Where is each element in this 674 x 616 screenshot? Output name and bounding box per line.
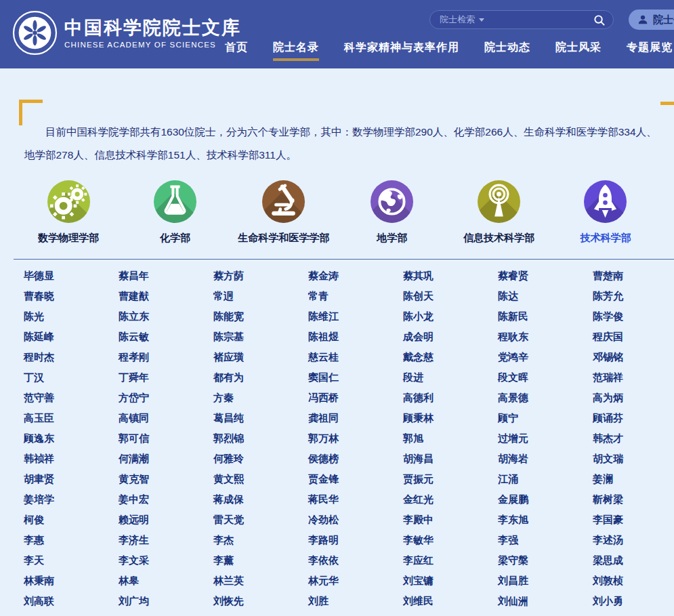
academician-name-link[interactable]: 曹建猷: [119, 286, 213, 306]
academician-name-link[interactable]: 姜澜: [593, 469, 674, 489]
academician-name-link[interactable]: 胡海岩: [498, 449, 593, 469]
academician-name-link[interactable]: 赖远明: [119, 510, 213, 530]
academician-name-link[interactable]: 常青: [308, 286, 403, 306]
academician-name-link[interactable]: 过增元: [498, 428, 593, 449]
academician-name-link[interactable]: 卢强: [308, 611, 403, 616]
academician-name-link[interactable]: 常迵: [213, 286, 308, 306]
academician-name-link[interactable]: 金展鹏: [498, 489, 593, 510]
department-item[interactable]: 技术科学部: [562, 180, 650, 245]
academician-name-link[interactable]: 雷天觉: [213, 510, 308, 530]
site-logo[interactable]: 中国科学院院士文库 CHINESE ACADEMY OF SCIENCES: [12, 10, 241, 56]
nav-item[interactable]: 院士名录: [273, 41, 319, 55]
academician-name-link[interactable]: 刘竹生: [24, 611, 119, 616]
academician-name-link[interactable]: 李天: [24, 550, 119, 571]
academician-name-link[interactable]: 刘小勇: [593, 591, 674, 611]
academician-name-link[interactable]: 龚祖同: [308, 408, 403, 428]
department-item[interactable]: 地学部: [348, 180, 436, 245]
academician-name-link[interactable]: 党鸿辛: [498, 347, 593, 367]
login-button[interactable]: 院士登录: [629, 9, 674, 30]
academician-name-link[interactable]: 陈宗基: [213, 327, 308, 347]
academician-name-link[interactable]: 柳百新: [119, 611, 213, 616]
academician-name-link[interactable]: 陈能宽: [213, 306, 308, 327]
academician-name-link[interactable]: 路甬祥: [593, 611, 674, 616]
academician-name-link[interactable]: 蔡金涛: [308, 266, 403, 286]
academician-name-link[interactable]: 冯西桥: [308, 388, 403, 408]
academician-name-link[interactable]: 江涌: [498, 469, 593, 489]
academician-name-link[interactable]: 都有为: [213, 367, 308, 388]
academician-name-link[interactable]: 鲁军勇: [498, 611, 593, 616]
academician-name-link[interactable]: 程庆国: [593, 327, 674, 347]
academician-name-link[interactable]: 李薰: [213, 550, 308, 571]
academician-name-link[interactable]: 方秦: [213, 388, 308, 408]
academician-name-link[interactable]: 慈云桂: [308, 347, 403, 367]
academician-name-link[interactable]: 李路明: [308, 530, 403, 550]
academician-name-link[interactable]: 褚应璜: [213, 347, 308, 367]
academician-name-link[interactable]: 刘胜: [308, 591, 403, 611]
academician-name-link[interactable]: 刘宝镛: [403, 571, 498, 591]
academician-name-link[interactable]: 郭万林: [308, 428, 403, 449]
academician-name-link[interactable]: 何满潮: [119, 449, 213, 469]
academician-name-link[interactable]: 郭旭: [403, 428, 498, 449]
search-category-dropdown[interactable]: 院士检索: [440, 14, 484, 26]
academician-name-link[interactable]: 窦国仁: [308, 367, 403, 388]
academician-name-link[interactable]: 方岱宁: [119, 388, 213, 408]
academician-name-link[interactable]: 侯德榜: [308, 449, 403, 469]
academician-name-link[interactable]: 顾宁: [498, 408, 593, 428]
academician-name-link[interactable]: 陈学俊: [593, 306, 674, 327]
nav-item[interactable]: 院士风采: [555, 41, 602, 55]
academician-name-link[interactable]: 毕德显: [24, 266, 119, 286]
academician-name-link[interactable]: 高德利: [403, 388, 498, 408]
department-item[interactable]: 化学部: [131, 180, 219, 245]
academician-name-link[interactable]: 李文采: [119, 550, 213, 571]
academician-name-link[interactable]: 李惠: [24, 530, 119, 550]
academician-name-link[interactable]: 靳树梁: [593, 489, 674, 510]
academician-name-link[interactable]: 韩杰才: [593, 428, 674, 449]
academician-name-link[interactable]: 李依依: [308, 550, 403, 571]
academician-name-link[interactable]: 贾振元: [403, 469, 498, 489]
academician-name-link[interactable]: 刘广均: [119, 591, 213, 611]
academician-name-link[interactable]: 梁守槃: [498, 550, 593, 571]
academician-name-link[interactable]: 邓锡铭: [593, 347, 674, 367]
academician-name-link[interactable]: 陈立东: [119, 306, 213, 327]
academician-name-link[interactable]: 韩祯祥: [24, 449, 119, 469]
academician-name-link[interactable]: 曹春晓: [24, 286, 119, 306]
academician-name-link[interactable]: 梁思成: [593, 550, 674, 571]
academician-name-link[interactable]: 林皋: [119, 571, 213, 591]
academician-name-link[interactable]: 葛昌纯: [213, 408, 308, 428]
academician-name-link[interactable]: 陈创天: [403, 286, 498, 306]
academician-name-link[interactable]: 蔡昌年: [119, 266, 213, 286]
academician-name-link[interactable]: 范守善: [24, 388, 119, 408]
academician-name-link[interactable]: 陈芳允: [593, 286, 674, 306]
academician-name-link[interactable]: 胡海昌: [403, 449, 498, 469]
academician-name-link[interactable]: 胡文瑞: [593, 449, 674, 469]
search-box[interactable]: 院士检索: [429, 10, 614, 29]
academician-name-link[interactable]: 黄克智: [119, 469, 213, 489]
academician-name-link[interactable]: 李济生: [119, 530, 213, 550]
academician-name-link[interactable]: 姜中宏: [119, 489, 213, 510]
search-input[interactable]: [484, 10, 591, 29]
academician-name-link[interactable]: 蒋成保: [213, 489, 308, 510]
academician-name-link[interactable]: 陈维江: [308, 306, 403, 327]
academician-name-link[interactable]: 陈小龙: [403, 306, 498, 327]
nav-item[interactable]: 专题展览: [627, 41, 673, 55]
academician-name-link[interactable]: 丁舜年: [119, 367, 213, 388]
academician-name-link[interactable]: 蔡睿贤: [498, 266, 593, 286]
academician-name-link[interactable]: 高景德: [498, 388, 593, 408]
academician-name-link[interactable]: 高为炳: [593, 388, 674, 408]
academician-name-link[interactable]: 程时杰: [24, 347, 119, 367]
academician-name-link[interactable]: 蒋民华: [308, 489, 403, 510]
academician-name-link[interactable]: 顾秉林: [403, 408, 498, 428]
academician-name-link[interactable]: 刘恢先: [213, 591, 308, 611]
academician-name-link[interactable]: 柯俊: [24, 510, 119, 530]
academician-name-link[interactable]: 段进: [403, 367, 498, 388]
academician-name-link[interactable]: 程耿东: [498, 327, 593, 347]
academician-name-link[interactable]: 李殿中: [403, 510, 498, 530]
academician-name-link[interactable]: 刘高联: [24, 591, 119, 611]
academician-name-link[interactable]: 金红光: [403, 489, 498, 510]
academician-name-link[interactable]: 林兰英: [213, 571, 308, 591]
academician-name-link[interactable]: 段文晖: [498, 367, 593, 388]
academician-name-link[interactable]: 陈祖煜: [308, 327, 403, 347]
academician-name-link[interactable]: 胡聿贤: [24, 469, 119, 489]
academician-name-link[interactable]: 刘仙洲: [498, 591, 593, 611]
academician-name-link[interactable]: 陈云敏: [119, 327, 213, 347]
